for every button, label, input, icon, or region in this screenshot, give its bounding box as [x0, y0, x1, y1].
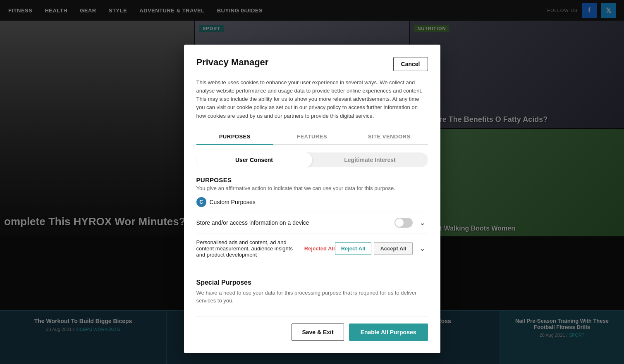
modal-description: This website uses cookies to enhance you… — [196, 79, 428, 120]
tab-features[interactable]: FEATURES — [273, 129, 351, 145]
purposes-section-desc: You give an affirmative action to indica… — [196, 185, 428, 191]
ads-info: Personalised ads and content, ad and con… — [196, 239, 335, 258]
tab-site-vendors[interactable]: SITE VENDORS — [351, 129, 428, 145]
purposes-section-title: PURPOSES — [196, 176, 428, 183]
ads-buttons: Reject All Accept All ⌄ — [335, 242, 428, 255]
custom-purposes-row: C Custom Purposes — [196, 197, 428, 207]
store-toggle-switch[interactable] — [394, 218, 413, 228]
rejected-badge: Rejected All — [304, 245, 335, 252]
consent-toggle: User Consent Legitimate Interest — [196, 152, 428, 167]
cancel-button[interactable]: Cancel — [393, 57, 428, 71]
reject-all-button[interactable]: Reject All — [335, 242, 372, 255]
store-chevron-button[interactable]: ⌄ — [417, 217, 428, 228]
save-exit-button[interactable]: Save & Exit — [292, 324, 344, 341]
custom-purposes-label: Custom Purposes — [210, 199, 256, 205]
custom-purposes-badge: C — [196, 197, 206, 207]
modal-header: Privacy Manager Cancel — [196, 57, 428, 71]
legitimate-interest-option[interactable]: Legitimate Interest — [312, 152, 428, 167]
enable-all-button[interactable]: Enable All Purposes — [349, 324, 428, 341]
tabs-container: PURPOSES FEATURES SITE VENDORS — [196, 129, 428, 145]
user-consent-option[interactable]: User Consent — [196, 152, 312, 167]
ads-row: Personalised ads and content, ad and con… — [196, 233, 428, 264]
ads-text: Personalised ads and content, ad and con… — [196, 239, 300, 258]
special-purposes-title: Special Purposes — [196, 279, 428, 286]
accept-all-button[interactable]: Accept All — [374, 242, 412, 255]
privacy-manager-modal: Privacy Manager Cancel This website uses… — [184, 45, 440, 353]
store-toggle-controls: ⌄ — [394, 217, 428, 228]
store-toggle-label: Store and/or access information on a dev… — [196, 219, 309, 226]
modal-footer: Save & Exit Enable All Purposes — [196, 316, 428, 341]
modal-title: Privacy Manager — [196, 57, 269, 68]
purposes-section: PURPOSES You give an affirmative action … — [196, 176, 428, 264]
ads-chevron-button[interactable]: ⌄ — [417, 243, 428, 254]
store-toggle-knob — [395, 219, 404, 227]
tab-purposes[interactable]: PURPOSES — [196, 129, 274, 145]
store-toggle-row: Store and/or access information on a dev… — [196, 212, 428, 233]
special-purposes-section: Special Purposes We have a need to use y… — [196, 272, 428, 305]
special-purposes-desc: We have a need to use your data for this… — [196, 289, 428, 305]
